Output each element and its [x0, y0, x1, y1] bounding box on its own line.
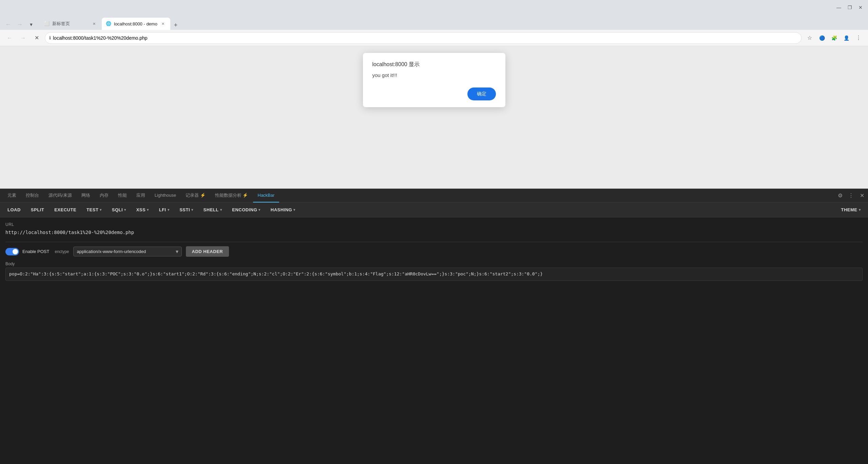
devtools-tab-memory-label: 内存 — [100, 192, 109, 198]
lfi-dropdown-arrow: ▾ — [168, 208, 170, 212]
devtools-tab-elements-label: 元素 — [7, 192, 16, 198]
spacer-1 — [5, 257, 863, 262]
reload-button[interactable]: ✕ — [31, 33, 42, 43]
hackbar-body-text[interactable]: pop=O:2:"Ha":3:{s:5:"start";a:1:{s:3:"PO… — [5, 268, 863, 281]
tab-bar: ← → ▼ ⬜ 新标签页 ✕ 🌐 localhost:8000 - demo ✕… — [0, 15, 868, 30]
devtools-close-button[interactable]: ✕ — [857, 191, 867, 200]
hackbar-ssti-button[interactable]: SSTI ▾ — [175, 205, 198, 214]
hackbar-hashing-label: HASHING — [271, 207, 292, 212]
hackbar-lfi-label: LFI — [159, 207, 166, 212]
hackbar-encoding-button[interactable]: ENCODING ▾ — [227, 205, 265, 214]
address-bar[interactable] — [53, 35, 797, 41]
toolbar: ← → ✕ ℹ ☆ 🔵 🧩 👤 ⋮ — [0, 30, 868, 46]
devtools-tab-lighthouse-label: Lighthouse — [155, 193, 176, 198]
hackbar-shell-button[interactable]: SHELL ▾ — [199, 205, 227, 214]
theme-dropdown-arrow: ▾ — [859, 208, 861, 212]
tab-newtab[interactable]: ⬜ 新标签页 ✕ — [40, 18, 101, 30]
lock-icon: ℹ — [49, 35, 51, 40]
devtools-tab-perfmon-label: 性能数据分析 ⚡ — [215, 192, 248, 198]
hackbar-shell-label: SHELL — [204, 207, 219, 212]
devtools-tab-perfmon[interactable]: 性能数据分析 ⚡ — [210, 189, 253, 202]
alert-ok-button[interactable]: 确定 — [467, 88, 496, 100]
devtools-tab-sources[interactable]: 源代码/来源 — [44, 189, 77, 202]
devtools-tab-application[interactable]: 应用 — [132, 189, 150, 202]
devtools-tab-recorder[interactable]: 记录器 ⚡ — [181, 189, 210, 202]
devtools-tab-console[interactable]: 控制台 — [21, 189, 44, 202]
hackbar-execute-button[interactable]: EXECUTE — [50, 205, 81, 214]
profile-button[interactable]: 👤 — [841, 33, 852, 43]
minimize-button[interactable]: — — [834, 3, 844, 12]
hackbar-hashing-button[interactable]: HASHING ▾ — [266, 205, 300, 214]
tab-title-2: localhost:8000 - demo — [114, 21, 157, 26]
alert-dialog: localhost:8000 显示 you got it!!! 确定 — [363, 53, 505, 107]
tab-search-button[interactable]: ▼ — [26, 19, 37, 30]
sqli-dropdown-arrow: ▾ — [124, 208, 126, 212]
ssti-dropdown-arrow: ▾ — [191, 208, 193, 212]
google-account-button[interactable]: 🔵 — [816, 33, 827, 43]
hackbar-divider-1 — [5, 242, 863, 242]
tab-close-2[interactable]: ✕ — [160, 21, 166, 27]
devtools-tab-application-label: 应用 — [136, 192, 145, 198]
hackbar-sqli-label: SQLI — [112, 207, 123, 212]
title-bar: — ❐ ✕ — [0, 0, 868, 15]
devtools-settings-button[interactable]: ⚙ — [835, 191, 845, 200]
alert-actions: 确定 — [372, 88, 496, 100]
alert-message: you got it!!! — [372, 72, 496, 78]
hackbar-xss-button[interactable]: XSS ▾ — [132, 205, 154, 214]
test-dropdown-arrow: ▾ — [100, 208, 102, 212]
hackbar-body: URL http://localhost:8000/task1%20-%20%2… — [0, 217, 868, 464]
devtools-tab-memory[interactable]: 内存 — [95, 189, 113, 202]
hackbar-url-value[interactable]: http://localhost:8000/task1%20-%20%20dem… — [5, 228, 863, 236]
hackbar-theme-button[interactable]: THEME ▾ — [836, 205, 866, 214]
hackbar-sqli-button[interactable]: SQLI ▾ — [107, 205, 131, 214]
hackbar-enctype-select[interactable]: application/x-www-form-urlencoded multip… — [73, 247, 182, 256]
back-nav-button[interactable]: ← — [4, 33, 15, 43]
toggle-slider — [5, 248, 19, 255]
hackbar-test-button[interactable]: TEST ▾ — [82, 205, 107, 214]
devtools-more-button[interactable]: ⋮ — [846, 191, 856, 200]
close-button[interactable]: ✕ — [856, 3, 865, 12]
devtools-tab-elements[interactable]: 元素 — [1, 189, 21, 202]
hackbar-body-label: Body — [5, 262, 863, 266]
back-button[interactable]: ← — [3, 19, 14, 30]
devtools-tab-lighthouse[interactable]: Lighthouse — [150, 189, 181, 202]
devtools-tab-network[interactable]: 网络 — [77, 189, 95, 202]
hackbar-load-button[interactable]: LOAD — [3, 205, 25, 214]
devtools-tabs: 元素 控制台 源代码/来源 网络 内存 性能 应用 Lighthouse 记录器… — [0, 189, 868, 202]
tab-title-1: 新标签页 — [52, 21, 88, 27]
hackbar-theme-label: THEME — [841, 207, 857, 212]
hackbar-url-label: URL — [5, 222, 863, 227]
tab-demo[interactable]: 🌐 localhost:8000 - demo ✕ — [102, 18, 170, 30]
hackbar-toggle-row: Enable POST — [5, 248, 50, 255]
new-tab-button[interactable]: + — [171, 20, 180, 30]
hackbar-split-button[interactable]: SPLIT — [26, 205, 49, 214]
enable-post-toggle[interactable] — [5, 248, 19, 255]
devtools-tab-network-label: 网络 — [81, 192, 90, 198]
encoding-dropdown-arrow: ▾ — [258, 208, 261, 212]
forward-nav-button[interactable]: → — [18, 33, 28, 43]
hackbar-url-section: URL http://localhost:8000/task1%20-%20%2… — [5, 222, 863, 236]
tab-close-1[interactable]: ✕ — [91, 21, 97, 27]
tab-favicon-2: 🌐 — [106, 21, 111, 26]
devtools-tab-recorder-label: 记录器 ⚡ — [186, 192, 206, 198]
hackbar-toolbar: LOAD SPLIT EXECUTE TEST ▾ SQLI ▾ XSS ▾ L… — [0, 202, 868, 217]
hackbar-test-label: TEST — [86, 207, 98, 212]
maximize-button[interactable]: ❐ — [845, 3, 854, 12]
bookmark-button[interactable]: ☆ — [804, 33, 815, 43]
shell-dropdown-arrow: ▾ — [220, 208, 222, 212]
forward-button[interactable]: → — [14, 19, 25, 30]
devtools-tab-performance[interactable]: 性能 — [113, 189, 132, 202]
hashing-dropdown-arrow: ▾ — [293, 208, 295, 212]
hackbar-add-header-button[interactable]: ADD HEADER — [186, 246, 229, 257]
alert-title: localhost:8000 显示 — [372, 61, 496, 68]
devtools-tab-hackbar[interactable]: HackBar — [253, 189, 279, 202]
hackbar-lfi-button[interactable]: LFI ▾ — [154, 205, 174, 214]
address-bar-wrapper[interactable]: ℹ — [45, 32, 802, 44]
devtools-tab-sources-label: 源代码/来源 — [49, 192, 72, 198]
hackbar-enctype-label: enctype — [55, 249, 69, 254]
menu-button[interactable]: ⋮ — [853, 33, 864, 43]
extension-button[interactable]: 🧩 — [829, 33, 840, 43]
enable-post-label: Enable POST — [22, 249, 50, 254]
toolbar-right: ☆ 🔵 🧩 👤 ⋮ — [804, 33, 864, 43]
xss-dropdown-arrow: ▾ — [147, 208, 149, 212]
